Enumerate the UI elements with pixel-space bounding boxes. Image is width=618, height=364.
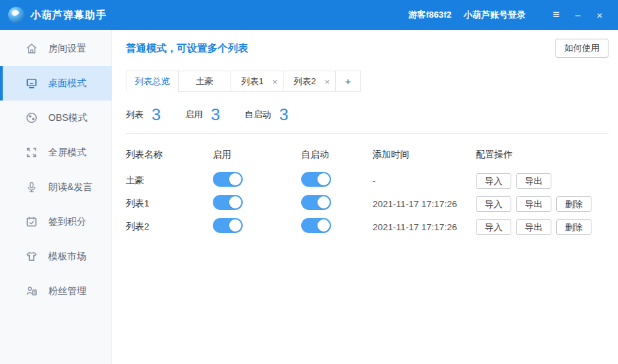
sidebar-item-label: OBS模式 bbox=[48, 112, 88, 124]
import-button[interactable]: 导入 bbox=[476, 219, 511, 235]
stat-enabled: 启用 3 bbox=[185, 105, 220, 124]
sidebar-item-label: 全屏模式 bbox=[48, 147, 86, 159]
autostart-toggle[interactable] bbox=[301, 218, 331, 233]
tab-tuhao[interactable]: 土豪 bbox=[178, 71, 231, 92]
home-icon bbox=[25, 42, 38, 55]
import-button[interactable]: 导入 bbox=[476, 173, 511, 189]
autostart-toggle[interactable] bbox=[301, 172, 331, 187]
sidebar-item-label: 朗读&发言 bbox=[48, 181, 92, 194]
fans-icon bbox=[25, 285, 38, 297]
tab-label: 列表1 bbox=[241, 75, 263, 88]
sidebar-item-read-speak[interactable]: 朗读&发言 bbox=[0, 170, 111, 204]
app-title: 小葫芦弹幕助手 bbox=[31, 9, 107, 22]
table-row: 列表2 2021-11-17 17:17:26 导入 导出 删除 bbox=[126, 215, 611, 238]
lists-table: 列表名称 启用 自启动 添加时间 配置操作 土豪 - 导入 导出 bbox=[126, 145, 611, 238]
sidebar: 房间设置 桌面模式 OBS模式 全屏模式 bbox=[0, 30, 112, 364]
export-button[interactable]: 导出 bbox=[516, 196, 551, 212]
tab-list1[interactable]: 列表1 × bbox=[230, 71, 284, 92]
delete-button[interactable]: 删除 bbox=[556, 219, 591, 235]
list-name: 列表1 bbox=[126, 198, 213, 210]
tshirt-icon bbox=[25, 250, 38, 263]
minimize-icon[interactable]: − bbox=[569, 6, 587, 24]
sidebar-item-template-market[interactable]: 模板市场 bbox=[0, 239, 111, 274]
added-time: 2021-11-17 17:17:26 bbox=[373, 222, 476, 232]
stat-lists: 列表 3 bbox=[126, 105, 160, 124]
col-header-actions: 配置操作 bbox=[476, 149, 611, 161]
obs-icon bbox=[25, 111, 38, 124]
app-logo-icon bbox=[8, 7, 24, 23]
stats-row: 列表 3 启用 3 自启动 3 bbox=[126, 104, 611, 126]
col-header-name: 列表名称 bbox=[126, 149, 213, 161]
import-button[interactable]: 导入 bbox=[476, 196, 511, 212]
enabled-toggle[interactable] bbox=[213, 172, 243, 187]
export-button[interactable]: 导出 bbox=[516, 173, 551, 189]
table-row: 土豪 - 导入 导出 bbox=[126, 169, 611, 192]
added-time: 2021-11-17 17:17:26 bbox=[373, 199, 476, 209]
tab-close-icon[interactable]: × bbox=[272, 77, 277, 86]
sidebar-item-room-settings[interactable]: 房间设置 bbox=[0, 31, 111, 66]
stat-label: 列表 bbox=[126, 109, 143, 121]
sidebar-item-fans-management[interactable]: 粉丝管理 bbox=[0, 274, 111, 308]
how-to-use-button[interactable]: 如何使用 bbox=[555, 39, 608, 58]
sidebar-item-label: 签到积分 bbox=[48, 216, 86, 228]
main-content: 普通模式，可设置多个列表 如何使用 列表总览 土豪 列表1 × 列表2 × bbox=[112, 30, 618, 364]
enabled-toggle[interactable] bbox=[213, 218, 243, 233]
tab-close-icon[interactable]: × bbox=[324, 77, 330, 86]
sidebar-item-label: 房间设置 bbox=[48, 43, 86, 55]
tab-label: 列表总览 bbox=[135, 75, 170, 88]
list-name: 土豪 bbox=[126, 175, 213, 187]
table-row: 列表1 2021-11-17 17:17:26 导入 导出 删除 bbox=[126, 192, 611, 215]
col-header-autostart: 自启动 bbox=[301, 149, 373, 161]
content-header: 普通模式，可设置多个列表 如何使用 bbox=[126, 39, 611, 67]
titlebar: 小葫芦弹幕助手 游客f863f2 小葫芦账号登录 ≡ − × bbox=[0, 0, 618, 30]
delete-button[interactable]: 删除 bbox=[556, 196, 591, 212]
tab-label: 土豪 bbox=[196, 75, 213, 88]
export-button[interactable]: 导出 bbox=[516, 219, 551, 235]
tab-bar: 列表总览 土豪 列表1 × 列表2 × + bbox=[126, 71, 611, 92]
table-header-row: 列表名称 启用 自启动 添加时间 配置操作 bbox=[126, 145, 611, 165]
add-icon: + bbox=[345, 75, 351, 87]
account-login-link[interactable]: 小葫芦账号登录 bbox=[464, 9, 526, 21]
tab-list-overview[interactable]: 列表总览 bbox=[126, 71, 179, 92]
mic-icon bbox=[25, 181, 38, 194]
menu-icon[interactable]: ≡ bbox=[547, 6, 565, 24]
stat-value: 3 bbox=[279, 105, 288, 124]
fullscreen-icon bbox=[25, 146, 38, 159]
stat-value: 3 bbox=[211, 105, 220, 124]
sidebar-item-label: 桌面模式 bbox=[48, 77, 86, 90]
close-icon[interactable]: × bbox=[591, 6, 608, 24]
sidebar-item-checkin-points[interactable]: 签到积分 bbox=[0, 204, 111, 239]
sidebar-item-obs-mode[interactable]: OBS模式 bbox=[0, 101, 111, 135]
stat-label: 启用 bbox=[185, 109, 203, 121]
divider bbox=[126, 133, 608, 134]
tab-list2[interactable]: 列表2 × bbox=[283, 71, 336, 92]
stat-autostart: 自启动 3 bbox=[245, 105, 288, 124]
calendar-check-icon bbox=[25, 215, 38, 228]
stat-value: 3 bbox=[152, 105, 160, 124]
added-time: - bbox=[373, 176, 476, 186]
tab-label: 列表2 bbox=[293, 75, 315, 88]
app-window: 小葫芦弹幕助手 游客f863f2 小葫芦账号登录 ≡ − × 房间设置 桌面模式 bbox=[0, 0, 618, 364]
sidebar-item-fullscreen-mode[interactable]: 全屏模式 bbox=[0, 135, 111, 170]
tab-add-button[interactable]: + bbox=[335, 71, 361, 92]
autostart-toggle[interactable] bbox=[301, 195, 331, 210]
list-name: 列表2 bbox=[126, 221, 213, 233]
guest-account-label: 游客f863f2 bbox=[408, 9, 451, 21]
stat-label: 自启动 bbox=[245, 109, 271, 121]
sidebar-item-label: 粉丝管理 bbox=[48, 285, 86, 297]
col-header-enabled: 启用 bbox=[213, 149, 301, 161]
enabled-toggle[interactable] bbox=[213, 195, 243, 210]
page-title: 普通模式，可设置多个列表 bbox=[126, 39, 248, 55]
sidebar-item-desktop-mode[interactable]: 桌面模式 bbox=[0, 66, 111, 101]
sidebar-item-label: 模板市场 bbox=[48, 251, 86, 263]
desktop-icon bbox=[25, 77, 38, 90]
col-header-added-time: 添加时间 bbox=[373, 149, 476, 161]
